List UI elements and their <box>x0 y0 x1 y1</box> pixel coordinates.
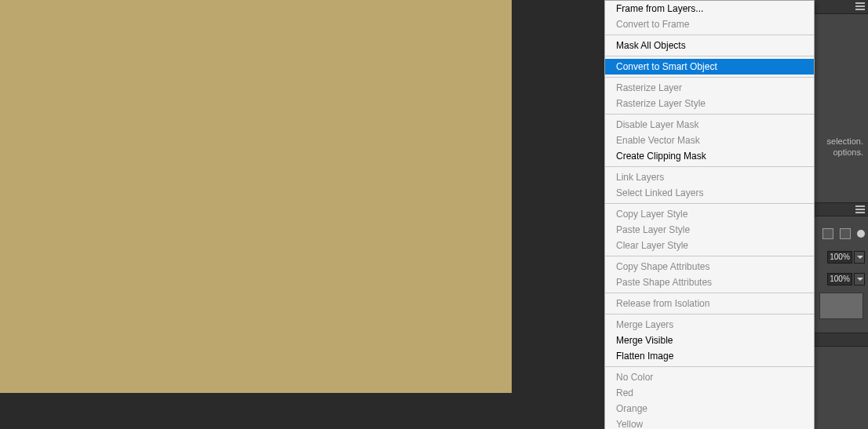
menu-item[interactable]: Frame from Layers... <box>605 1 814 16</box>
menu-item: Paste Layer Style <box>605 222 814 238</box>
menu-separator <box>605 56 814 56</box>
menu-item: Orange <box>605 401 814 416</box>
menu-item: Link Layers <box>605 169 814 185</box>
menu-item: Select Linked Layers <box>605 185 814 201</box>
menu-item: Paste Shape Attributes <box>605 274 814 290</box>
filter-dot-icon[interactable] <box>857 230 865 238</box>
panel-menu-icon[interactable] <box>855 205 865 213</box>
fill-value[interactable]: 100% <box>827 273 852 285</box>
panel-header-mid <box>815 202 868 216</box>
menu-item[interactable]: Merge Visible <box>605 333 814 348</box>
menu-separator <box>605 35 814 35</box>
hint-text-line1: selection. <box>827 136 863 146</box>
artboard-icon[interactable] <box>822 228 833 239</box>
panel-icons-row <box>822 228 865 239</box>
menu-item: No Color <box>605 369 814 385</box>
opacity-row: 100% <box>827 251 865 264</box>
menu-separator <box>605 366 814 367</box>
menu-item[interactable]: Create Clipping Mask <box>605 148 814 164</box>
mask-icon[interactable] <box>840 228 851 239</box>
fill-row: 100% <box>827 273 865 285</box>
menu-separator <box>605 77 814 78</box>
menu-item: Rasterize Layer <box>605 80 814 96</box>
panel-divider-lower <box>815 333 868 347</box>
menu-item[interactable]: Mask All Objects <box>605 38 814 53</box>
panels-strip: selection. options. 100% 100% <box>815 0 868 429</box>
fill-dropdown-icon[interactable] <box>854 273 865 285</box>
hint-text-line2: options. <box>833 147 863 157</box>
menu-item: Copy Shape Attributes <box>605 259 814 274</box>
menu-item: Release from Isolation <box>605 296 814 311</box>
opacity-value[interactable]: 100% <box>827 251 852 264</box>
menu-item: Yellow <box>605 416 814 429</box>
layer-thumbnail[interactable] <box>819 293 863 319</box>
panel-menu-icon[interactable] <box>855 2 865 10</box>
panel-header-top <box>815 0 868 14</box>
menu-item: Disable Layer Mask <box>605 117 814 133</box>
menu-item: Enable Vector Mask <box>605 133 814 148</box>
menu-item[interactable]: Flatten Image <box>605 348 814 364</box>
menu-item: Convert to Frame <box>605 16 814 32</box>
menu-item: Clear Layer Style <box>605 238 814 253</box>
menu-separator <box>605 314 814 314</box>
layer-context-menu: Frame from Layers...Convert to FrameMask… <box>604 0 815 429</box>
menu-separator <box>605 293 814 293</box>
menu-item: Copy Layer Style <box>605 206 814 222</box>
menu-separator <box>605 166 814 167</box>
menu-separator <box>605 114 814 115</box>
canvas-document[interactable] <box>0 0 512 393</box>
opacity-dropdown-icon[interactable] <box>854 251 865 264</box>
menu-item: Merge Layers <box>605 317 814 333</box>
menu-item: Red <box>605 385 814 401</box>
menu-item: Rasterize Layer Style <box>605 96 814 111</box>
menu-separator <box>605 256 814 256</box>
menu-item[interactable]: Convert to Smart Object <box>605 59 814 75</box>
menu-separator <box>605 203 814 204</box>
